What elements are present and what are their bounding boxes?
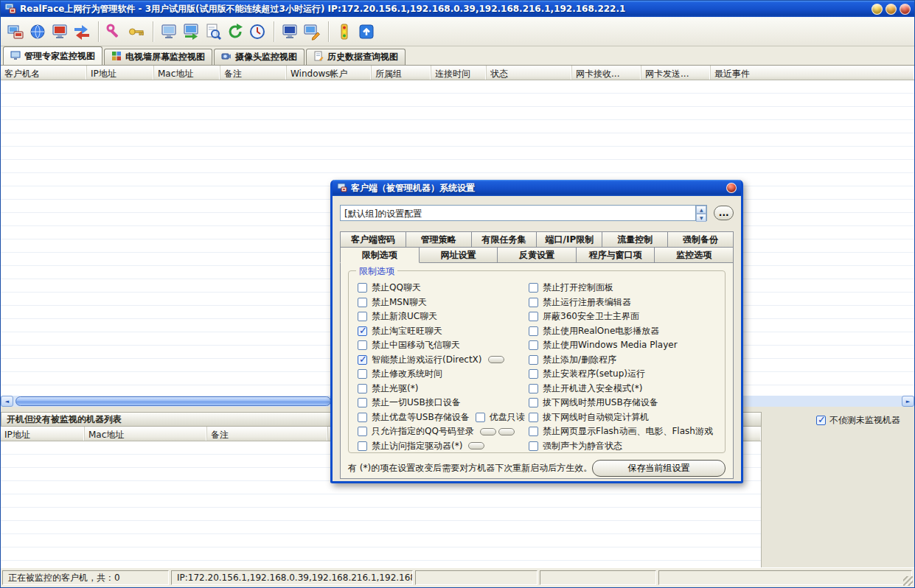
checkbox-force-mute[interactable] (529, 441, 538, 451)
spin-down-icon[interactable]: ▼ (696, 214, 706, 222)
checkbox-ban-msn-chat[interactable] (358, 298, 367, 307)
screen-wall-icon[interactable] (49, 21, 70, 43)
option-row: 禁止修改系统时间 (358, 367, 529, 382)
checkbox-ban-add-remove-programs[interactable] (529, 355, 538, 365)
tools-icon[interactable] (104, 21, 125, 43)
checkbox-smart-ban-directx-games[interactable] (358, 355, 367, 365)
group-more-button[interactable]: ... (714, 206, 734, 220)
checkbox-ban-change-system-time[interactable] (358, 369, 367, 379)
option-row: 禁止访问指定驱动器(*) (358, 439, 529, 454)
save-group-settings-button[interactable]: 保存当前组设置 (592, 460, 726, 477)
tab-client-password[interactable]: 客户端密码 (340, 231, 406, 248)
col-nic-recv[interactable]: 网卡接收... (572, 66, 641, 80)
tab-program-window[interactable]: 程序与窗口项 (576, 247, 655, 263)
group-config-select[interactable]: [默认组]的设置配置 ▲ ▼ (340, 205, 707, 221)
checkbox-ban-taobao-wangwang[interactable] (358, 326, 367, 336)
dialog-close-button[interactable] (726, 183, 737, 193)
checkbox-ban-qq-chat[interactable] (358, 283, 367, 293)
close-button[interactable] (900, 4, 911, 15)
dialog-footer: 有 (*)的项在设置改变后需要对方机器下次重新启动后方生效。 保存当前组设置 (348, 460, 726, 477)
tab-anti-porn[interactable]: 反黄设置 (497, 247, 577, 263)
col-remark[interactable]: 备注 (207, 427, 328, 441)
directx-config-button[interactable] (488, 356, 504, 363)
col-mac[interactable]: Mac地址 (85, 427, 207, 441)
tab-traffic-control[interactable]: 流量控制 (602, 231, 668, 248)
maximize-button[interactable] (886, 4, 897, 15)
scrollbar-thumb[interactable] (15, 396, 331, 406)
tab-camera-view[interactable]: 摄像头监控视图 (214, 49, 305, 65)
scroll-right-arrow-icon[interactable]: ► (902, 396, 914, 407)
checkbox-ban-specified-drives[interactable] (358, 441, 367, 451)
internet-browser-icon[interactable] (27, 21, 48, 43)
spin-up-icon[interactable]: ▲ (696, 206, 706, 214)
option-row: 禁止安装程序(setup)运行 (529, 367, 722, 382)
col-group[interactable]: 所属组 (372, 66, 431, 80)
checkbox-ban-usb-storage[interactable] (358, 413, 367, 422)
qq-whitelist-config-button-1[interactable] (480, 428, 496, 435)
checkbox-qq-whitelist-only[interactable] (358, 427, 367, 436)
col-client-name[interactable]: 客户机名 (1, 66, 87, 80)
remote-desktop-icon[interactable] (279, 21, 300, 43)
qq-whitelist-config-button-2[interactable] (498, 428, 515, 435)
option-row: 禁止运行注册表编辑器 (529, 295, 722, 310)
checkbox-ban-realone[interactable] (529, 326, 538, 336)
col-mac[interactable]: Mac地址 (154, 66, 220, 80)
network-computer-icon[interactable] (5, 21, 26, 43)
checkbox-ban-all-usb[interactable] (358, 398, 367, 407)
checkbox-ban-regedit[interactable] (529, 298, 538, 307)
checkbox-ban-setup-run[interactable] (529, 369, 538, 379)
tab-limited-tasks[interactable]: 有限任务集 (471, 231, 537, 248)
dialog-body: [默认组]的设置配置 ▲ ▼ ... 客户端密码 管理策略 有限任务集 端口/I… (333, 196, 741, 479)
col-connect-time[interactable]: 连接时间 (431, 66, 487, 80)
checkbox-ban-sina-uc-chat[interactable] (358, 312, 367, 321)
checkbox-no-detect-unmonitored[interactable] (816, 416, 826, 425)
drive-config-button[interactable] (468, 442, 484, 449)
col-ip[interactable]: IP地址 (1, 427, 85, 441)
col-nic-send[interactable]: 网卡发送... (641, 66, 711, 80)
option-row: 拔下网线时禁用USB存储设备 (529, 396, 722, 410)
checkbox-ban-safe-mode[interactable] (529, 384, 538, 393)
checkbox-ban-control-panel[interactable] (529, 283, 538, 293)
search-log-icon[interactable] (203, 21, 223, 43)
software-update-icon[interactable] (356, 21, 377, 43)
option-row: 禁止中国移动飞信聊天 (358, 338, 529, 353)
checkbox-ban-web-flash[interactable] (529, 427, 538, 436)
tab-monitor-options[interactable]: 监控选项 (654, 247, 734, 263)
checkbox-block-360-ui[interactable] (529, 312, 538, 321)
tab-port-ip-limit[interactable]: 端口/IP限制 (536, 231, 602, 248)
monitor-view-icon[interactable] (159, 21, 179, 43)
toolbar-separator (153, 21, 154, 42)
checkbox-ban-fetion-chat[interactable] (358, 340, 367, 350)
col-latest-event[interactable]: 最近事件 (711, 66, 914, 80)
refresh-icon[interactable] (225, 21, 246, 43)
tv-wall-view-icon (111, 51, 122, 63)
checkbox-ban-cdrom[interactable] (358, 384, 367, 393)
col-status[interactable]: 状态 (487, 66, 572, 80)
key-icon[interactable] (126, 21, 147, 43)
col-windows-account[interactable]: Windows帐户 (287, 66, 372, 80)
monitor-send-icon[interactable] (181, 21, 201, 43)
signal-light-icon[interactable] (334, 21, 355, 43)
tab-expert-monitor-view[interactable]: 管理专家监控视图 (3, 46, 102, 65)
scroll-left-arrow-icon[interactable]: ◄ (1, 396, 13, 407)
tab-restriction-options[interactable]: 限制选项 (340, 247, 420, 263)
checkbox-unplug-ban-usb-storage[interactable] (529, 398, 538, 407)
tab-tv-wall-view[interactable]: 电视墙屏幕监控视图 (104, 49, 212, 65)
tab-url-settings[interactable]: 网址设置 (419, 247, 498, 263)
camera-view-icon (221, 51, 232, 63)
resize-grip[interactable] (903, 576, 913, 586)
tab-management-policy[interactable]: 管理策略 (406, 231, 472, 248)
restart-footnote: 有 (*)的项在设置改变后需要对方机器下次重新启动后方生效。 (348, 462, 592, 475)
minimize-button[interactable] (871, 4, 883, 15)
tab-history-query-view[interactable]: 历史数据查询视图 (306, 49, 406, 65)
option-row: 禁止光驱(*) (358, 382, 529, 396)
checkbox-ban-wmp[interactable] (529, 340, 538, 350)
checkbox-usb-readonly[interactable] (476, 413, 485, 422)
col-ip[interactable]: IP地址 (87, 66, 154, 80)
tab-forced-backup[interactable]: 强制备份 (667, 231, 734, 248)
schedule-icon[interactable] (247, 21, 268, 43)
checkbox-unplug-auto-lock[interactable] (529, 413, 538, 422)
col-remark[interactable]: 备注 (220, 66, 287, 80)
client-transfer-icon[interactable] (72, 21, 92, 43)
monitor-config-icon[interactable] (302, 21, 322, 43)
